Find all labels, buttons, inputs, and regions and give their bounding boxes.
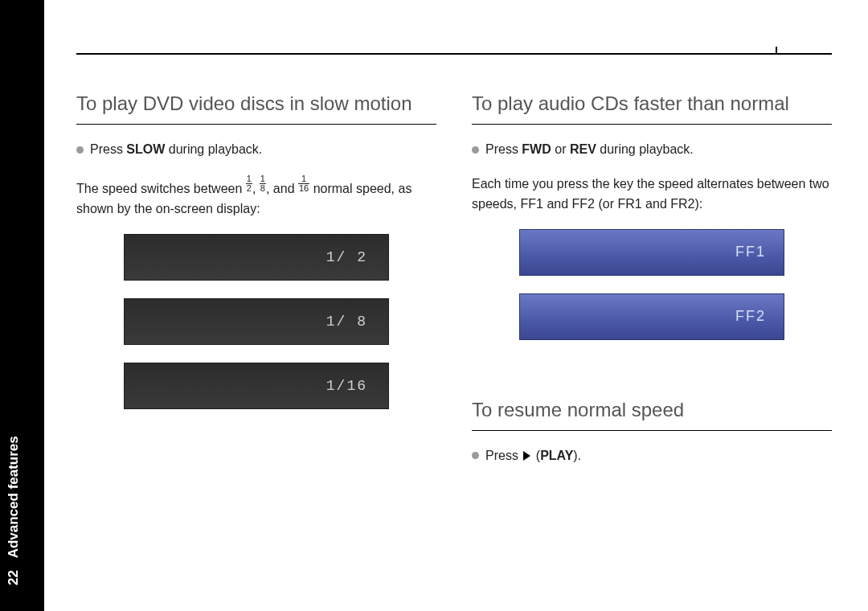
text: Press: [485, 449, 522, 462]
slow-description: The speed switches between 12, 18, and 1…: [76, 174, 436, 219]
slow-osd-examples: 1/ 2 1/ 8 1/16: [76, 234, 436, 409]
top-rule: [76, 24, 832, 58]
text: ).: [573, 449, 581, 462]
page-content: To play DVD video discs in slow motion P…: [44, 0, 868, 611]
key-fwd: FWD: [522, 142, 551, 156]
instruction-play: Press (PLAY).: [472, 449, 832, 463]
right-column: To play audio CDs faster than normal Pre…: [472, 92, 832, 481]
text: Press: [90, 142, 126, 156]
instruction-slow: Press SLOW during playback.: [76, 142, 436, 157]
fast-description: Each time you press the key the speed al…: [472, 174, 832, 215]
fast-osd-examples: FF1 FF2: [472, 229, 832, 340]
side-tab-text: 22 Advanced features: [6, 436, 22, 585]
left-column: To play DVD video discs in slow motion P…: [76, 92, 436, 481]
section-name: Advanced features: [6, 436, 21, 558]
bullet-icon: [472, 452, 479, 459]
bullet-icon: [76, 146, 84, 154]
play-icon: [523, 451, 530, 461]
osd-display: FF2: [519, 293, 784, 340]
bullet-icon: [472, 146, 479, 154]
key-slow: SLOW: [126, 142, 165, 156]
text: during playback.: [165, 142, 262, 156]
key-play: PLAY: [540, 449, 573, 462]
side-tab: 22 Advanced features: [0, 0, 44, 611]
osd-display: 1/ 8: [124, 298, 389, 345]
instruction-fwd-rev: Press FWD or REV during playback.: [472, 142, 832, 157]
text: or: [551, 142, 570, 156]
osd-display: FF1: [519, 229, 784, 276]
page-number: 22: [6, 570, 21, 585]
heading-fast-cd: To play audio CDs faster than normal: [472, 92, 832, 125]
osd-display: 1/16: [124, 363, 389, 409]
heading-resume: To resume normal speed: [472, 398, 832, 431]
text: Press: [485, 142, 522, 156]
key-rev: REV: [570, 142, 596, 156]
osd-display: 1/ 2: [124, 234, 389, 281]
text: during playback.: [596, 142, 694, 156]
heading-slow-motion: To play DVD video discs in slow motion: [76, 92, 436, 125]
